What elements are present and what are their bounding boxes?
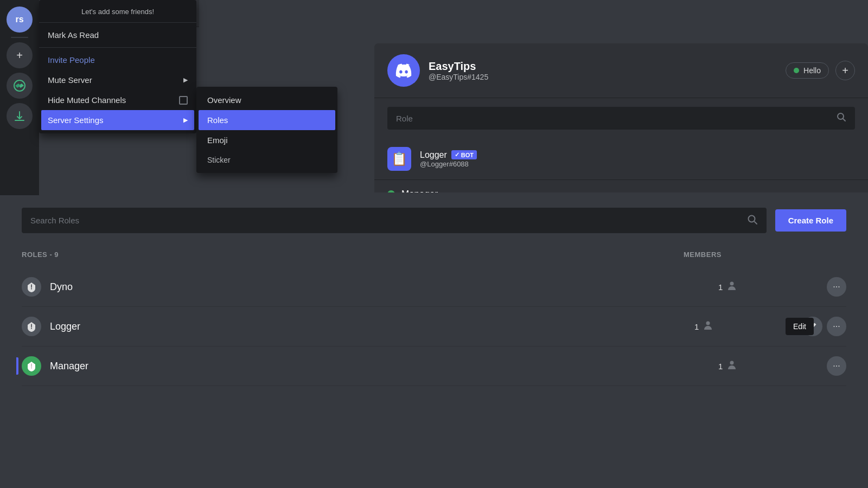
add-server-icon[interactable]: + (7, 42, 33, 68)
checkmark-icon: ✓ (455, 151, 459, 158)
svg-point-4 (748, 216, 755, 222)
manager-role-icon (22, 356, 41, 376)
mute-server-item[interactable]: Mute Server ▶ (41, 70, 194, 90)
search-roles-icon (747, 214, 758, 227)
dyno-role-icon (22, 277, 41, 297)
sidebar: rs + (0, 0, 39, 195)
dyno-role-name: Dyno (50, 281, 718, 293)
bot-label: BOT (461, 152, 474, 158)
hide-muted-label: Hide Muted Channels (48, 95, 126, 105)
context-divider-1 (39, 47, 196, 48)
server-avatar[interactable]: rs (7, 7, 33, 33)
role-search-area: Role (374, 98, 868, 138)
hide-muted-item[interactable]: Hide Muted Channels (41, 90, 194, 110)
bot-badge: ✓ BOT (451, 150, 477, 159)
manager-role-name: Manager (50, 361, 718, 372)
edit-tooltip: Edit (786, 318, 814, 335)
logger-role-name: Logger (50, 321, 694, 332)
compass-icon[interactable] (7, 73, 33, 99)
manager-role-row: Manager 1 ··· (22, 346, 846, 386)
add-button[interactable]: + (835, 61, 855, 80)
logger-role-icon (22, 317, 41, 336)
roles-count-label: ROLES - 9 (22, 251, 684, 259)
manager-actions: ··· (827, 356, 846, 376)
role-search-icon (837, 112, 846, 124)
logger-actions: Edit ··· (803, 317, 846, 336)
sidebar-divider (11, 37, 28, 38)
person-icon (727, 281, 737, 293)
main-roles-area: Search Roles Create Role ROLES - 9 MEMBE… (0, 192, 868, 488)
logger-role-row: Logger 1 Edit ··· (22, 307, 846, 346)
member-panel: EasyTips @EasyTips#1425 Hello + Role 📋 (374, 43, 868, 208)
svg-point-6 (706, 322, 710, 325)
server-settings-item[interactable]: Server Settings ▶ (41, 110, 194, 130)
member-header: EasyTips @EasyTips#1425 Hello + (374, 43, 868, 98)
server-tag: @EasyTips#1425 (429, 73, 488, 81)
status-dot (794, 68, 799, 73)
manager-count: 1 (718, 362, 723, 371)
svg-marker-2 (15, 84, 21, 88)
dyno-members-count: 1 (718, 281, 827, 293)
role-search-placeholder: Role (396, 114, 413, 123)
download-icon[interactable] (7, 103, 33, 129)
logger-count: 1 (694, 322, 699, 331)
hello-pill[interactable]: Hello (786, 62, 829, 79)
context-menu-header: Let's add some friends! (39, 3, 196, 23)
member-header-right: Hello + (786, 61, 855, 80)
submenu-overview[interactable]: Overview (199, 90, 335, 110)
search-roles-bar: Search Roles Create Role (22, 208, 846, 233)
submenu-roles[interactable]: Roles (199, 110, 335, 130)
drag-handle[interactable] (16, 357, 18, 375)
server-settings-submenu: Overview Roles Emoji Sticker (196, 87, 337, 173)
server-settings-label: Server Settings (48, 115, 104, 125)
role-search-field[interactable]: Role (387, 107, 855, 130)
roles-table-header: ROLES - 9 MEMBERS (22, 251, 846, 259)
manager-members-count: 1 (718, 360, 827, 372)
search-roles-placeholder: Search Roles (30, 216, 79, 225)
mute-server-arrow: ▶ (183, 76, 188, 84)
members-column-label: MEMBERS (684, 251, 792, 259)
logger-member-item: 📋 Logger ✓ BOT @Logger#6088 (374, 138, 868, 180)
manager-more-button[interactable]: ··· (827, 356, 846, 376)
member-header-left: EasyTips @EasyTips#1425 (387, 54, 488, 87)
server-info: EasyTips @EasyTips#1425 (429, 60, 488, 81)
create-role-button[interactable]: Create Role (775, 209, 846, 232)
logger-tag: @Logger#6088 (420, 160, 477, 168)
dyno-actions: ··· (827, 277, 846, 297)
dyno-count: 1 (718, 282, 723, 292)
hello-label: Hello (803, 66, 821, 75)
logger-info: Logger ✓ BOT @Logger#6088 (420, 150, 477, 168)
server-settings-arrow: ▶ (183, 117, 188, 124)
logger-more-button[interactable]: ··· (827, 317, 846, 336)
hide-muted-checkbox[interactable] (179, 96, 188, 105)
search-roles-input[interactable]: Search Roles (22, 208, 767, 233)
server-icon (387, 54, 420, 87)
context-menu: Let's add some friends! Mark As Read Inv… (39, 0, 196, 133)
mute-server-label: Mute Server (48, 75, 92, 85)
person-icon-2 (703, 320, 713, 332)
submenu-emoji[interactable]: Emoji (199, 130, 335, 150)
dyno-more-button[interactable]: ··· (827, 277, 846, 297)
svg-point-7 (730, 361, 734, 365)
dyno-role-row: Dyno 1 ··· (22, 267, 846, 307)
logger-name: Logger ✓ BOT (420, 150, 477, 160)
svg-point-5 (730, 282, 734, 286)
server-title: EasyTips (429, 60, 488, 73)
submenu-sticker[interactable]: Sticker (199, 150, 335, 170)
mark-as-read-item[interactable]: Mark As Read (41, 25, 194, 45)
logger-avatar: 📋 (387, 147, 411, 171)
person-icon-3 (727, 360, 737, 372)
invite-people-item[interactable]: Invite People (41, 50, 194, 70)
